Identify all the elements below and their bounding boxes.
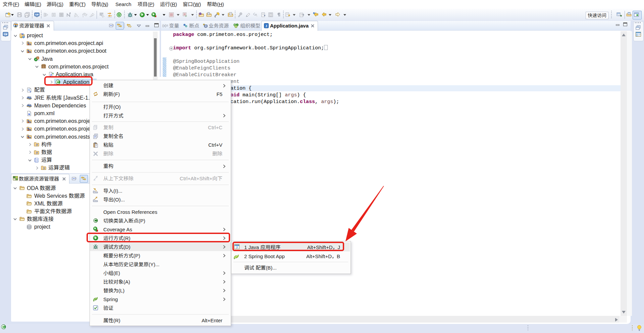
svg-text:J: J (37, 57, 39, 59)
svg-text:s: s (52, 72, 54, 75)
svg-text:M: M (28, 113, 30, 115)
svg-text:?: ? (38, 59, 39, 61)
svg-text:?: ? (36, 159, 38, 162)
svg-text:?: ? (30, 90, 31, 93)
svg-text:?: ? (36, 143, 38, 147)
svg-text:M: M (21, 33, 23, 35)
svg-text:!: ! (21, 37, 21, 38)
svg-text:J: J (266, 24, 267, 28)
svg-text:(x)=: (x)= (162, 24, 168, 28)
svg-text:?: ? (43, 167, 45, 170)
svg-text:?: ? (36, 151, 38, 155)
